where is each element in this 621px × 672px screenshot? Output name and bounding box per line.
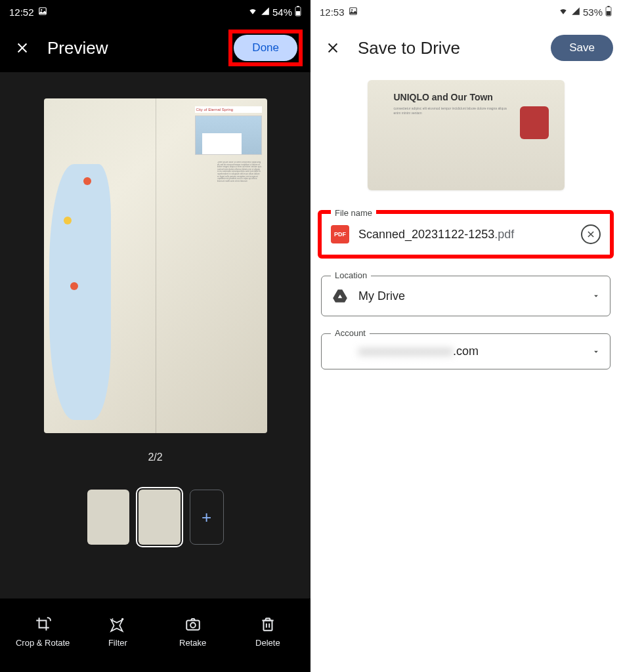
svg-rect-9	[263, 620, 272, 630]
battery-percent: 54%	[272, 7, 292, 18]
done-button[interactable]: Done	[234, 35, 297, 61]
signal-icon	[261, 7, 270, 18]
close-button[interactable]	[8, 33, 37, 62]
svg-rect-7	[186, 620, 200, 629]
add-page-button[interactable]: +	[190, 490, 224, 545]
svg-point-8	[190, 622, 196, 627]
scan-preview-image[interactable]: City of Eternal Spring Lorem ipsum dolor…	[44, 98, 267, 433]
screen-save-to-drive: 12:53 53% Save to Drive Save UNIQLO a	[310, 0, 621, 672]
drive-icon	[331, 287, 349, 305]
location-field[interactable]: Location My Drive	[321, 276, 610, 316]
save-button[interactable]: Save	[551, 35, 613, 61]
svg-point-1	[41, 9, 42, 10]
filter-button[interactable]: Filter	[85, 616, 150, 648]
retake-button[interactable]: Retake	[160, 616, 226, 648]
file-name-input[interactable]: Scanned_20231122-1253.pdf	[358, 228, 572, 242]
file-name-field[interactable]: File name PDF Scanned_20231122-1253.pdf	[318, 210, 614, 259]
save-app-bar: Save to Drive Save	[310, 24, 621, 72]
battery-icon	[605, 6, 612, 18]
signal-icon	[571, 7, 580, 18]
account-label: Account	[331, 328, 370, 338]
page-title: Save to Drive	[358, 38, 540, 58]
crop-rotate-button[interactable]: Crop & Rotate	[10, 616, 75, 648]
svg-rect-3	[297, 6, 299, 7]
svg-point-6	[112, 618, 114, 620]
clear-filename-button[interactable]	[581, 224, 601, 244]
status-bar: 12:53 53%	[310, 0, 621, 24]
notification-icon	[38, 7, 47, 18]
svg-rect-13	[607, 6, 609, 7]
save-form: UNIQLO and Our Town consectetur adipisc …	[310, 72, 621, 672]
filter-icon	[109, 616, 126, 633]
preview-area: City of Eternal Spring Lorem ipsum dolor…	[0, 72, 310, 598]
chevron-down-icon	[591, 347, 601, 356]
notification-icon	[349, 7, 358, 18]
delete-button[interactable]: Delete	[235, 616, 301, 648]
camera-icon	[184, 616, 202, 633]
svg-rect-14	[607, 11, 610, 15]
trash-icon	[259, 616, 276, 633]
svg-rect-4	[296, 11, 300, 15]
chevron-down-icon	[591, 291, 601, 301]
account-field[interactable]: Account xxxxxxxxxxxxxxxx.com	[321, 333, 610, 369]
plus-icon: +	[202, 507, 211, 528]
location-value: My Drive	[358, 289, 582, 303]
highlight-done: Done	[228, 30, 303, 66]
status-time: 12:52	[9, 7, 34, 18]
pdf-icon: PDF	[331, 225, 349, 243]
battery-percent: 53%	[583, 7, 603, 18]
close-icon	[586, 230, 595, 239]
battery-icon	[295, 6, 301, 18]
account-value: xxxxxxxxxxxxxxxx.com	[358, 345, 582, 358]
wifi-icon	[558, 7, 568, 18]
status-time: 12:53	[320, 7, 345, 18]
thumbnail-2[interactable]	[139, 490, 181, 545]
page-title: Preview	[47, 38, 218, 58]
preview-app-bar: Preview Done	[0, 24, 310, 72]
wifi-icon	[247, 7, 258, 18]
page-counter: 2/2	[148, 452, 162, 463]
svg-point-11	[351, 9, 353, 10]
scan-page-heading: City of Eternal Spring	[195, 106, 262, 113]
close-button[interactable]	[318, 33, 347, 62]
document-preview-thumbnail[interactable]: UNIQLO and Our Town consectetur adipisc …	[368, 80, 565, 190]
svg-point-5	[121, 618, 123, 620]
screen-preview: 12:52 54% Preview Done	[0, 0, 310, 672]
file-name-label: File name	[331, 208, 376, 218]
thumbnail-1[interactable]	[87, 490, 129, 545]
status-bar: 12:52 54%	[0, 0, 310, 24]
crop-rotate-icon	[34, 616, 51, 633]
bottom-toolbar: Crop & Rotate Filter Retake Delete	[0, 598, 310, 672]
document-headline: UNIQLO and Our Town	[394, 92, 493, 102]
thumbnail-strip: +	[87, 490, 224, 545]
location-label: Location	[331, 270, 371, 280]
